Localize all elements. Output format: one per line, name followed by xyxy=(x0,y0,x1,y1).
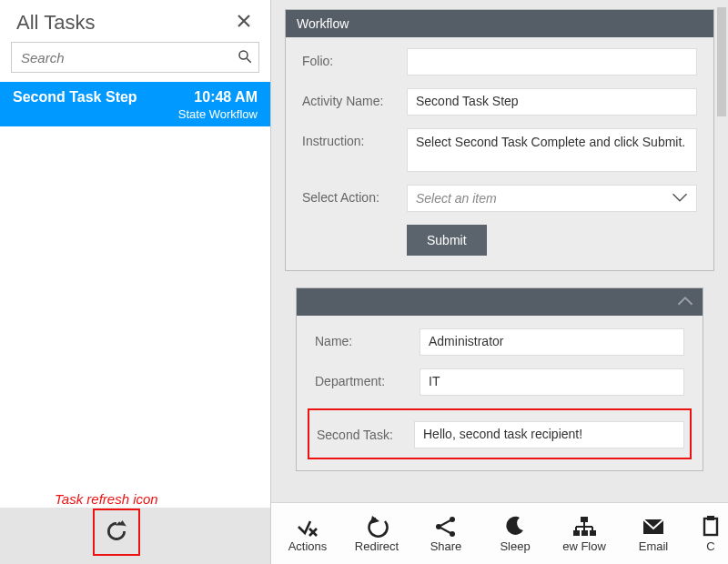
scrollbar-thumb[interactable] xyxy=(717,7,726,116)
task-list-item[interactable]: Second Task Step 10:48 AM State Workflow xyxy=(0,82,270,126)
svg-marker-6 xyxy=(370,516,379,524)
sleep-icon xyxy=(503,514,527,539)
svg-rect-23 xyxy=(707,516,714,520)
refresh-annotation-text: Task refresh icon xyxy=(55,491,158,507)
action-toolbar: Actions Redirect Share Sleep xyxy=(271,502,728,564)
clipboard-icon xyxy=(699,514,723,539)
task-name: Second Task Step xyxy=(13,89,137,106)
activity-label: Activity Name: xyxy=(302,88,407,108)
view-flow-button[interactable]: ew Flow xyxy=(561,514,608,553)
instruction-label: Instruction: xyxy=(302,128,407,148)
svg-rect-12 xyxy=(581,517,588,522)
svg-rect-22 xyxy=(704,519,717,535)
refresh-highlight xyxy=(93,509,140,556)
department-field[interactable]: IT xyxy=(420,368,684,396)
second-task-field[interactable]: Hello, second task recipient! xyxy=(414,421,684,448)
refresh-icon[interactable] xyxy=(105,519,128,546)
second-task-label: Second Task: xyxy=(315,428,414,442)
svg-rect-13 xyxy=(573,530,580,536)
folio-field[interactable] xyxy=(407,48,697,76)
close-icon[interactable] xyxy=(230,9,258,36)
toolbar-overflow[interactable]: C xyxy=(699,514,723,553)
redirect-icon xyxy=(365,514,389,539)
activity-field[interactable]: Second Task Step xyxy=(407,88,697,116)
task-time: 10:48 AM xyxy=(194,89,258,106)
email-icon xyxy=(642,514,665,539)
department-label: Department: xyxy=(315,368,420,388)
folio-label: Folio: xyxy=(302,48,407,68)
sidebar-footer xyxy=(0,508,270,564)
email-button[interactable]: Email xyxy=(630,514,677,553)
actions-icon xyxy=(296,514,319,539)
svg-rect-15 xyxy=(590,530,596,536)
scrollbar[interactable] xyxy=(717,7,726,462)
share-button[interactable]: Share xyxy=(422,514,470,553)
svg-rect-14 xyxy=(581,530,588,536)
instruction-field: Select Second Task Complete and click Su… xyxy=(407,128,697,172)
task-workflow: State Workflow xyxy=(13,107,258,121)
chevron-up-icon[interactable] xyxy=(677,295,693,310)
share-icon xyxy=(434,514,458,539)
svg-point-0 xyxy=(239,51,248,59)
sidebar-title: All Tasks xyxy=(16,11,95,35)
svg-line-10 xyxy=(440,520,450,526)
detail-panel: Workflow Folio: Activity Name: Second Ta… xyxy=(271,0,728,564)
submit-button[interactable]: Submit xyxy=(407,225,487,256)
select-action-label: Select Action: xyxy=(302,185,407,205)
search-icon[interactable] xyxy=(231,48,258,67)
second-task-highlight: Second Task: Hello, second task recipien… xyxy=(308,408,692,459)
tasks-sidebar: All Tasks Second Task Step 10:48 AM Stat… xyxy=(0,0,271,564)
workflow-card: Workflow Folio: Activity Name: Second Ta… xyxy=(285,9,714,271)
detail-card: Name: Administrator Department: IT Secon… xyxy=(296,287,703,471)
select-action-dropdown[interactable]: Select an item xyxy=(407,185,697,212)
actions-button[interactable]: Actions xyxy=(284,514,331,553)
search-input[interactable] xyxy=(12,45,231,71)
svg-marker-3 xyxy=(119,520,126,527)
svg-line-11 xyxy=(440,528,450,533)
workflow-card-title: Workflow xyxy=(297,16,349,31)
svg-line-1 xyxy=(247,58,251,63)
select-action-placeholder: Select an item xyxy=(416,191,497,206)
sleep-button[interactable]: Sleep xyxy=(491,514,539,553)
chevron-down-icon xyxy=(672,191,688,206)
name-label: Name: xyxy=(315,328,420,348)
search-input-wrap xyxy=(11,42,259,73)
name-field[interactable]: Administrator xyxy=(420,328,684,356)
flow-icon xyxy=(572,514,596,539)
redirect-button[interactable]: Redirect xyxy=(353,514,400,553)
